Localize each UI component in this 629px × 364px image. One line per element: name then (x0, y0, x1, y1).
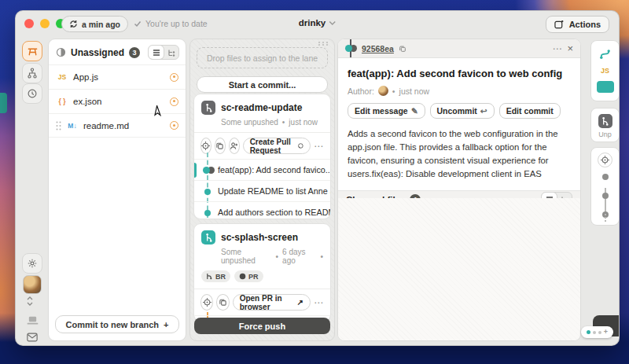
branch-name: sc-splash-screen (221, 232, 298, 243)
focus-branch-button[interactable] (200, 138, 212, 154)
lane-dot[interactable] (598, 331, 601, 334)
actions-label: Actions (569, 20, 601, 29)
branches-icon (27, 68, 38, 79)
force-push-button[interactable]: Force push (194, 318, 330, 334)
branch-meta: Some unpushed • 6 days ago • (194, 245, 330, 270)
modified-status-icon (170, 97, 178, 106)
branch-header[interactable]: sc-readme-update (194, 94, 330, 115)
create-pull-request-button[interactable]: Create Pull Request (243, 138, 311, 154)
branch-badge[interactable]: BR (201, 270, 230, 282)
meta-separator: • (320, 252, 323, 261)
chevron-up-down-icon (26, 296, 34, 307)
close-detail-button[interactable]: × (567, 43, 573, 53)
sync-icon (69, 20, 78, 28)
copy-sha-button[interactable] (399, 45, 406, 53)
assign-reviewer-button[interactable] (229, 138, 240, 154)
file-row-exjson[interactable]: { } ex.json (49, 89, 186, 113)
focus-branch-button[interactable] (200, 294, 213, 311)
open-pr-in-browser-button[interactable]: Open PR in browser ↗ (233, 294, 311, 311)
collapsed-assignments-card[interactable]: JS (590, 40, 620, 101)
lane-drag-handle[interactable] (318, 42, 329, 46)
add-lane-button[interactable]: + (604, 329, 608, 336)
commit-sha-link[interactable]: 92568ea (362, 44, 394, 53)
external-link-icon: ↗ (297, 298, 303, 307)
commit-dot-icon (602, 193, 609, 199)
sync-button[interactable]: a min ago (61, 16, 128, 32)
branch-menu-button[interactable]: ⋯ (314, 141, 324, 152)
collapsed-graph-card[interactable] (590, 147, 620, 226)
branch-header[interactable]: sc-splash-screen (194, 224, 330, 245)
integrate-icon (599, 49, 611, 61)
file-row-appjs[interactable]: JS App.js (49, 64, 186, 89)
commit-title: feat(app): Add second favicon to web con… (338, 58, 580, 79)
history-tab[interactable] (22, 83, 42, 104)
start-commit-button[interactable]: Start a commit... (197, 76, 328, 93)
tree-view-button[interactable] (164, 46, 178, 59)
branch-status: Some unpushed (221, 118, 278, 127)
commit-row[interactable]: Add authors section to README file (194, 201, 330, 219)
minimize-window-button[interactable] (40, 19, 50, 28)
pr-badge[interactable]: PR (234, 270, 263, 282)
copy-branch-button[interactable] (216, 294, 229, 311)
meta-separator: • (276, 252, 279, 261)
uncommit-button[interactable]: Uncommit ↩ (430, 103, 495, 119)
commit-detail-menu-button[interactable]: ⋯ (552, 43, 562, 54)
workspace-tab[interactable] (22, 41, 42, 61)
file-row-readme[interactable]: M↓ readme.md (49, 113, 186, 138)
dropzone-label: Drop files to assign to the lane (207, 53, 318, 63)
lane-panel: Drop files to assign to the lane Start a… (189, 39, 335, 341)
settings-button[interactable] (22, 253, 42, 274)
lane-pagination[interactable]: + (581, 326, 613, 338)
actions-button[interactable]: Actions (546, 16, 609, 33)
branch-card-splash-screen: sc-splash-screen Some unpushed • 6 days … (193, 223, 331, 322)
lane-dropzone[interactable]: Drop files to assign to the lane (197, 47, 328, 68)
gear-icon (27, 258, 38, 269)
teal-swatch-icon (597, 81, 614, 93)
github-icon (239, 273, 246, 280)
list-view-button[interactable] (149, 46, 164, 59)
check-icon (134, 20, 142, 28)
force-push-label: Force push (239, 322, 285, 331)
branch-menu-button[interactable]: ⋯ (314, 297, 324, 308)
commit-row-selected[interactable]: feat(app): Add second favico... ⋯ (194, 159, 330, 180)
create-pr-label: Create Pull Request (250, 138, 296, 155)
collapsed-commit-graph (591, 167, 619, 225)
user-avatar[interactable] (23, 275, 42, 294)
branches-tab[interactable] (22, 63, 42, 83)
commit-row[interactable]: Update README to list Anne as pr... (194, 180, 330, 201)
target-icon (601, 156, 609, 164)
rail-collapse-button[interactable] (26, 296, 34, 307)
detail-panel-background (338, 198, 580, 340)
branch-time: 6 days ago (282, 248, 316, 265)
json-file-icon: { } (56, 97, 68, 105)
lane-dot[interactable] (593, 331, 596, 334)
commit-dot-icon (204, 189, 211, 195)
author-label: Author: (348, 86, 374, 96)
start-commit-label: Start a commit... (229, 80, 296, 90)
active-lane-dot[interactable] (587, 330, 590, 334)
project-name: drinky (299, 18, 326, 28)
commit-to-new-branch-label: Commit to new branch (66, 320, 160, 329)
close-window-button[interactable] (24, 19, 34, 28)
plus-icon: + (164, 320, 168, 329)
edit-commit-button[interactable]: Edit commit (499, 103, 561, 119)
feedback-button[interactable] (22, 327, 42, 346)
gitbutler-window: a min ago You're up to date drinky Actio… (15, 10, 620, 346)
edit-message-button[interactable]: Edit message ✎ (348, 103, 425, 119)
file-view-toggle (148, 45, 179, 60)
meta-separator: • (392, 86, 395, 96)
traffic-lights (24, 19, 65, 28)
unassigned-title: Unassigned (71, 47, 124, 58)
commit-author-row: Author: • just now (338, 79, 580, 96)
unassigned-header: Unassigned 3 (49, 39, 186, 64)
collapsed-branch-card[interactable]: Unp (590, 108, 620, 142)
focus-branch-button[interactable] (598, 153, 612, 167)
commit-to-new-branch-button[interactable]: Commit to new branch + (55, 315, 179, 333)
drag-handle-icon[interactable] (56, 121, 61, 131)
branch-toolbar: Create Pull Request ⋯ (194, 132, 330, 159)
laptop-icon (27, 315, 39, 325)
target-icon (201, 142, 210, 150)
copy-branch-button[interactable] (215, 138, 226, 154)
project-switcher[interactable]: drinky (299, 18, 337, 28)
clock-icon (27, 88, 38, 99)
